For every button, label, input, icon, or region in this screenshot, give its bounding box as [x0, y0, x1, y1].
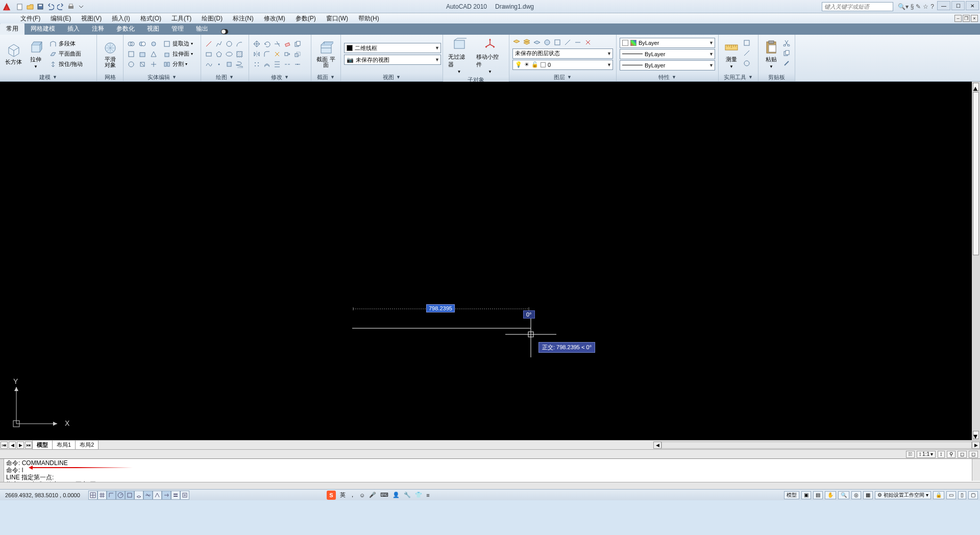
- match-icon[interactable]: [783, 60, 792, 69]
- hscroll-left-button[interactable]: ◀: [653, 442, 662, 449]
- visualstyle-combo[interactable]: 二维线框▼: [344, 43, 441, 53]
- ducs-toggle[interactable]: [153, 491, 162, 500]
- planesurf-button[interactable]: 平面曲面: [47, 50, 84, 59]
- group-solidedit-label[interactable]: 实体编辑▼: [124, 73, 201, 81]
- qat-undo-icon[interactable]: [46, 2, 55, 11]
- steering-icon[interactable]: ◎: [851, 491, 861, 499]
- ime-kb-icon[interactable]: ⌨: [380, 492, 388, 498]
- scroll-down-button[interactable]: ▾: [973, 431, 979, 439]
- tab-manage[interactable]: 管理: [165, 23, 190, 35]
- erase-icon[interactable]: [283, 39, 292, 48]
- tab-first-button[interactable]: ⏮: [1, 442, 8, 449]
- ortho-toggle[interactable]: [107, 491, 116, 500]
- showmotion-icon[interactable]: ▦: [863, 491, 873, 499]
- group-props-label[interactable]: 特性▼: [617, 73, 718, 81]
- tab-annotate[interactable]: 注释: [86, 23, 110, 35]
- trim-icon[interactable]: [273, 39, 282, 48]
- comm-icon[interactable]: ✎: [916, 3, 921, 10]
- menu-format[interactable]: 格式(O): [135, 14, 166, 23]
- qview-layouts-icon[interactable]: ▣: [801, 491, 811, 499]
- hscroll-right-button[interactable]: ▶: [972, 442, 980, 449]
- rotate-icon[interactable]: [262, 39, 272, 48]
- layer-combo[interactable]: 💡☀🔓0▼: [512, 60, 613, 70]
- move-icon[interactable]: [252, 39, 261, 48]
- group-draw-label[interactable]: 绘图▼: [201, 73, 249, 81]
- group-layer-label[interactable]: 图层▼: [509, 73, 616, 81]
- layer8-icon[interactable]: [584, 38, 593, 47]
- search-icon[interactable]: 🔍▾: [898, 3, 909, 10]
- se6-icon[interactable]: [149, 50, 158, 59]
- se9-icon[interactable]: [149, 60, 158, 69]
- qat-print-icon[interactable]: [66, 2, 76, 11]
- cleanscreen-icon[interactable]: ▢: [968, 491, 978, 499]
- paste-button[interactable]: 粘贴▼: [762, 38, 781, 70]
- smooth-button[interactable]: 平滑 对象: [100, 39, 120, 69]
- extrudeface-button[interactable]: 拉伸面▾: [161, 50, 194, 59]
- ribbon-toggle-icon[interactable]: [218, 29, 231, 35]
- group-clip-label[interactable]: 剪贴板: [758, 73, 795, 81]
- explode-icon[interactable]: [273, 50, 282, 59]
- scale-icon[interactable]: [293, 50, 302, 59]
- command-window[interactable]: 命令: COMMANDLINE 命令: l LINE 指定第一点: 指定下一点或…: [0, 458, 980, 489]
- stretch-icon[interactable]: [283, 50, 292, 59]
- group-mesh-label[interactable]: 网格: [97, 73, 123, 81]
- util3-icon[interactable]: [743, 60, 752, 69]
- hardware-accel-icon[interactable]: ▭: [946, 491, 956, 499]
- doc-restore-button[interactable]: ❐: [963, 15, 970, 22]
- align-icon[interactable]: [273, 60, 282, 69]
- anno-icon[interactable]: �⃝: [906, 451, 915, 458]
- layout-tab-2[interactable]: 布局2: [75, 440, 99, 450]
- pline-icon[interactable]: [214, 39, 224, 48]
- box-button[interactable]: 长方体: [3, 41, 24, 67]
- poly-icon[interactable]: [214, 50, 224, 59]
- menu-edit[interactable]: 编辑(E): [45, 14, 76, 23]
- group-modify-label[interactable]: 修改▼: [249, 73, 311, 81]
- copy-icon[interactable]: [293, 39, 302, 48]
- help-icon[interactable]: ?: [930, 3, 934, 10]
- group-utils-label[interactable]: 实用工具▼: [719, 73, 758, 81]
- maximize-button[interactable]: ☐: [951, 1, 965, 10]
- tab-output[interactable]: 输出: [190, 23, 214, 35]
- join-icon[interactable]: [293, 60, 302, 69]
- tab-view[interactable]: 视图: [141, 23, 165, 35]
- drawing-canvas[interactable]: 798.2395 0° 正交: 798.2395 < 0° X Y ▴ ▾: [0, 82, 980, 440]
- ellipse-icon[interactable]: [225, 50, 234, 59]
- presspull-button[interactable]: 按住/拖动: [47, 60, 84, 69]
- se8-icon[interactable]: [138, 60, 147, 69]
- command-scroll-v[interactable]: [972, 459, 980, 481]
- 3dosnap-toggle[interactable]: [134, 491, 143, 500]
- doc-minimize-button[interactable]: –: [954, 15, 962, 22]
- layer6-icon[interactable]: [564, 38, 573, 47]
- qat-open-icon[interactable]: [26, 2, 35, 11]
- tab-common[interactable]: 常用: [0, 23, 24, 35]
- layer1-icon[interactable]: [512, 38, 522, 47]
- layer7-icon[interactable]: [574, 38, 583, 47]
- menu-param[interactable]: 参数(P): [290, 14, 321, 23]
- ime-set-icon[interactable]: 👤: [393, 492, 400, 498]
- subscription-icon[interactable]: §: [911, 3, 914, 10]
- tab-insert[interactable]: 插入: [61, 23, 86, 35]
- ime-lang[interactable]: 英: [340, 491, 346, 499]
- se7-icon[interactable]: [127, 60, 136, 69]
- snap-toggle[interactable]: [88, 491, 97, 500]
- offset-icon[interactable]: [262, 60, 272, 69]
- favorites-icon[interactable]: ☆: [923, 3, 928, 10]
- circle-icon[interactable]: [225, 39, 234, 48]
- anno-scale-combo[interactable]: ⟟ 1:1 ▾: [917, 451, 936, 458]
- layer5-icon[interactable]: [553, 38, 562, 47]
- tab-last-button[interactable]: ⏭: [25, 442, 32, 449]
- ime-menu-icon[interactable]: ≡: [426, 492, 429, 498]
- cut-icon[interactable]: [783, 39, 792, 48]
- line-icon[interactable]: [204, 39, 213, 48]
- anno-vis-icon[interactable]: ⟟: [938, 451, 945, 458]
- anno-auto-icon[interactable]: ⚲: [947, 451, 955, 458]
- extrude-button[interactable]: 拉伸▼: [26, 38, 45, 70]
- layer2-icon[interactable]: [523, 38, 532, 47]
- ime-punct-icon[interactable]: ，: [350, 491, 355, 499]
- extractedge-button[interactable]: 提取边▾: [161, 39, 194, 48]
- savedview-combo[interactable]: 📷未保存的视图▼: [344, 55, 441, 65]
- sectionplane-button[interactable]: 截面 平面: [314, 39, 337, 69]
- sogou-icon[interactable]: S: [327, 491, 336, 500]
- group-view-label[interactable]: 视图▼: [341, 73, 443, 81]
- menu-tools[interactable]: 工具(T): [166, 14, 197, 23]
